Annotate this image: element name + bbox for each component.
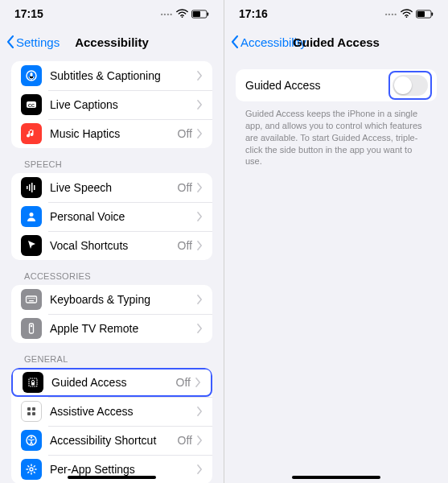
cursor-icon <box>21 235 42 256</box>
chevron-right-icon <box>197 129 203 138</box>
row-label: Assistive Access <box>50 405 197 418</box>
row-value: Off <box>178 434 192 447</box>
cellular-icon: •••• <box>385 10 397 18</box>
row-label: Live Captions <box>50 98 197 111</box>
settings-row[interactable]: Subtitles & Captioning <box>11 61 212 90</box>
settings-row[interactable]: Personal Voice <box>11 202 212 231</box>
row-value: Off <box>176 376 191 389</box>
page-title: Accessibility <box>75 35 149 49</box>
row-label: Subtitles & Captioning <box>50 69 197 82</box>
row-value: Off <box>178 127 192 140</box>
chevron-right-icon <box>197 324 203 333</box>
guided-access-switch[interactable] <box>393 75 428 96</box>
general-group: Guided AccessOffAssistive AccessAccessib… <box>11 368 212 483</box>
row-label: Music Haptics <box>50 127 178 140</box>
settings-row[interactable]: Vocal ShortcutsOff <box>11 231 212 260</box>
home-indicator[interactable] <box>292 476 380 479</box>
guided-access-footer: Guided Access keeps the iPhone in a sing… <box>224 101 448 174</box>
row-label: Per-App Settings <box>50 463 197 476</box>
row-label: Accessibility Shortcut <box>50 434 178 447</box>
wifi-icon <box>176 9 188 19</box>
chevron-right-icon <box>197 295 203 304</box>
chevron-right-icon <box>197 407 203 416</box>
row-value: Off <box>178 239 192 252</box>
wave-icon <box>21 177 42 198</box>
row-label: Apple TV Remote <box>50 322 197 335</box>
cc-icon <box>21 94 42 115</box>
lock-icon <box>23 372 43 393</box>
chevron-right-icon <box>197 436 203 445</box>
chevron-right-icon <box>197 100 203 109</box>
nav-bar: Accessibility Guided Access <box>224 27 448 56</box>
speech-group: Live SpeechOffPersonal VoiceVocal Shortc… <box>11 173 212 260</box>
row-label: Vocal Shortcuts <box>50 239 178 252</box>
battery-icon <box>416 10 434 19</box>
settings-row[interactable]: Apple TV Remote <box>11 314 212 343</box>
gear-icon <box>21 459 42 480</box>
settings-row[interactable]: Keyboards & Typing <box>11 285 212 314</box>
guided-access-toggle-row[interactable]: Guided Access <box>236 69 437 101</box>
row-label: Personal Voice <box>50 210 197 223</box>
guided-access-screen: 17:16 •••• Accessibility Guided Access G… <box>224 0 448 483</box>
status-time: 17:15 <box>14 7 43 20</box>
back-button[interactable]: Settings <box>6 35 60 49</box>
accessories-group: Keyboards & TypingApple TV Remote <box>11 285 212 343</box>
home-indicator[interactable] <box>68 476 156 479</box>
mic-icon <box>21 65 42 86</box>
general-header: GENERAL <box>0 343 224 368</box>
chevron-right-icon <box>195 378 201 387</box>
chevron-left-icon <box>6 35 14 48</box>
settings-row[interactable]: Accessibility ShortcutOff <box>11 426 212 455</box>
status-bar: 17:15 •••• <box>0 0 224 27</box>
chevron-right-icon <box>197 212 203 221</box>
toggle-highlight <box>388 71 432 100</box>
battery-icon <box>191 10 209 19</box>
accessibility-screen: 17:15 •••• Settings Accessibility Subtit… <box>0 0 224 483</box>
hearing-group: Subtitles & CaptioningLive CaptionsMusic… <box>11 61 212 148</box>
person-icon <box>21 206 42 227</box>
settings-row[interactable]: Assistive Access <box>11 397 212 426</box>
chevron-right-icon <box>197 464 203 474</box>
settings-row[interactable]: Music HapticsOff <box>11 119 212 148</box>
status-time: 17:16 <box>239 7 268 20</box>
cellular-icon: •••• <box>161 10 173 18</box>
chevron-right-icon <box>197 71 203 80</box>
toggle-label: Guided Access <box>245 79 388 92</box>
row-label: Keyboards & Typing <box>50 293 197 306</box>
settings-row[interactable]: Live SpeechOff <box>11 173 212 202</box>
speech-header: SPEECH <box>0 148 224 173</box>
row-label: Live Speech <box>50 181 178 194</box>
keyboard-icon <box>21 289 42 310</box>
nav-bar: Settings Accessibility <box>0 27 224 56</box>
chevron-right-icon <box>197 241 203 250</box>
chevron-left-icon <box>231 35 239 48</box>
chevron-right-icon <box>197 183 203 192</box>
settings-row[interactable]: Guided AccessOff <box>11 368 212 397</box>
row-label: Guided Access <box>51 376 176 389</box>
remote-icon <box>21 318 42 339</box>
grid-icon <box>21 401 42 422</box>
music-icon <box>21 123 42 144</box>
row-value: Off <box>178 181 192 194</box>
wifi-icon <box>401 9 413 19</box>
back-label: Settings <box>16 35 60 49</box>
status-bar: 17:16 •••• <box>224 0 448 27</box>
settings-row[interactable]: Live Captions <box>11 90 212 119</box>
a11y-icon <box>21 430 42 451</box>
accessories-header: ACCESSORIES <box>0 260 224 285</box>
page-title: Guided Access <box>293 35 380 49</box>
